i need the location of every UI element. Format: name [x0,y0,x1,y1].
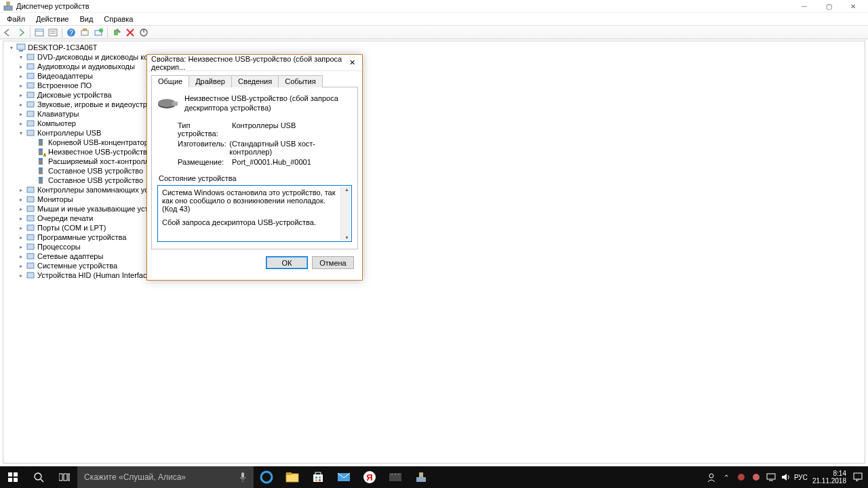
disable-icon[interactable] [124,26,136,39]
minimize-button[interactable]: ─ [792,0,816,13]
dialog-close-button[interactable]: ✕ [347,58,358,67]
tree-category[interactable]: ▸Клавиатуры [5,109,863,119]
svg-rect-28 [27,130,34,136]
expander-icon[interactable]: ▸ [17,205,25,213]
expander-icon[interactable]: ▸ [17,262,25,270]
expander-icon[interactable]: ▸ [17,243,25,251]
tree-device[interactable]: Составное USB устройство [5,166,863,176]
mail-icon[interactable] [331,466,357,488]
expander-icon[interactable]: ▸ [17,119,25,127]
tree-category[interactable]: ▸Контроллеры запоминающих устрой [5,185,863,195]
people-icon[interactable] [704,466,719,488]
expander-icon[interactable]: ▸ [17,195,25,203]
expander-icon[interactable]: ▾ [17,53,25,61]
action-center-icon[interactable] [850,466,865,488]
language-indicator[interactable]: РУС [793,466,808,488]
tab-general[interactable]: Общие [151,75,189,87]
tree-category[interactable]: ▸Мыши и иные указывающие устрой [5,204,863,214]
tree-category[interactable]: ▾DVD-дисководы и дисководы компа [5,52,863,62]
tree-device[interactable]: Корневой USB-концентратор (USB [5,138,863,147]
cortana-search-box[interactable]: Скажите «Слушай, Алиса» [77,466,254,488]
tree-category[interactable]: ▾Контроллеры USB [5,128,863,138]
taskbar: Скажите «Слушай, Алиса» Я ⌃ РУС 8:14 21.… [0,466,868,488]
tree-category[interactable]: ▸Сетевые адаптеры [5,251,863,261]
microphone-icon[interactable] [239,472,247,483]
expander-icon[interactable]: ▸ [17,214,25,222]
properties-icon[interactable] [47,26,59,39]
help-icon[interactable]: ? [65,26,77,39]
expander-icon[interactable]: ▸ [17,186,25,194]
status-textbox[interactable]: ▲ ▼ Система Windows остановила это устро… [157,185,352,242]
scroll-down-icon[interactable]: ▼ [344,235,349,240]
cancel-button[interactable]: Отмена [312,256,354,269]
menu-action[interactable]: Действие [31,14,74,24]
search-icon[interactable] [26,466,52,488]
forward-icon[interactable] [15,26,27,39]
yandex-icon[interactable]: Я [357,466,382,488]
clock[interactable]: 8:14 21.11.2018 [808,470,850,485]
start-button[interactable] [0,466,26,488]
tree-device[interactable]: !Неизвестное USB-устройство (сбо [5,147,863,157]
devicemanager-icon[interactable] [408,466,434,488]
svg-rect-71 [319,476,321,479]
volume-icon[interactable] [778,466,793,488]
svg-rect-36 [39,158,43,160]
expander-icon[interactable]: ▸ [17,224,25,232]
maximize-button[interactable]: ▢ [816,0,841,13]
category-label: Очереди печати [36,214,94,222]
tree-category[interactable]: ▸Мониторы [5,195,863,204]
expander-icon[interactable]: ▸ [17,252,25,260]
expander-icon[interactable]: ▸ [17,271,25,279]
network-icon[interactable] [764,466,778,488]
ok-button[interactable]: ОК [266,256,308,269]
tree-category[interactable]: ▸Очереди печати [5,214,863,223]
uninstall-icon[interactable] [111,26,123,39]
tree-category[interactable]: ▸Системные устройства [5,261,863,270]
tree-device[interactable]: Расширяемый хост-контроллер I [5,157,863,166]
expander-icon[interactable]: ▸ [17,110,25,118]
show-hide-console-icon[interactable] [33,26,45,39]
movies-icon[interactable] [382,466,408,488]
menu-help[interactable]: Справка [98,14,138,24]
tab-events[interactable]: События [278,75,322,87]
enable-icon[interactable] [138,26,150,39]
expander-icon[interactable]: ▸ [17,100,25,108]
close-button[interactable]: ✕ [841,0,865,13]
tree-category[interactable]: ▸Аудиовходы и аудиовыходы [5,62,863,71]
tree-category[interactable]: ▸Звуковые, игровые и видеоустройств [5,100,863,109]
expander-icon[interactable]: ▸ [17,72,25,80]
tree-category[interactable]: ▸Дисковые устройства [5,90,863,100]
tree-category[interactable]: ▸Видеоадаптеры [5,71,863,81]
edge-icon[interactable] [254,466,279,488]
back-icon[interactable] [1,26,14,39]
expander-icon[interactable]: ▾ [7,43,16,52]
expander-icon[interactable]: ▸ [17,91,25,99]
tab-details[interactable]: Сведения [231,75,279,87]
chevron-up-icon[interactable]: ⌃ [719,466,734,488]
expander-icon[interactable]: ▸ [17,62,25,70]
expander-icon[interactable]: ▾ [17,129,25,137]
tree-root[interactable]: ▾ DESKTOP-1C3A06T [5,43,863,52]
tree-category[interactable]: ▸Порты (COM и LPT) [5,223,863,232]
tray-icon-2[interactable] [749,466,764,488]
store-icon[interactable] [305,466,331,488]
expander-icon[interactable]: ▸ [17,81,25,89]
menu-file[interactable]: Файл [1,14,31,24]
tree-category[interactable]: ▸Встроенное ПО [5,81,863,90]
scan-icon[interactable] [79,26,91,39]
dialog-titlebar[interactable]: Свойства: Неизвестное USB-устройство (сб… [147,55,362,71]
menu-view[interactable]: Вид [74,14,98,24]
expander-icon[interactable]: ▸ [17,233,25,241]
tree-category[interactable]: ▸Компьютер [5,119,863,128]
tree-device[interactable]: Составное USB устройство [5,176,863,185]
task-view-icon[interactable] [52,466,77,488]
category-label: Встроенное ПО [36,81,92,89]
tree-category[interactable]: ▸Процессоры [5,242,863,251]
tree-category[interactable]: ▸Устройства HID (Human Interface Dev [5,270,863,280]
update-icon[interactable] [92,26,104,39]
tab-driver[interactable]: Драйвер [189,75,232,87]
scroll-up-icon[interactable]: ▲ [344,187,349,192]
tray-icon-1[interactable] [734,466,749,488]
tree-category[interactable]: ▸Программные устройства [5,232,863,242]
explorer-icon[interactable] [279,466,305,488]
